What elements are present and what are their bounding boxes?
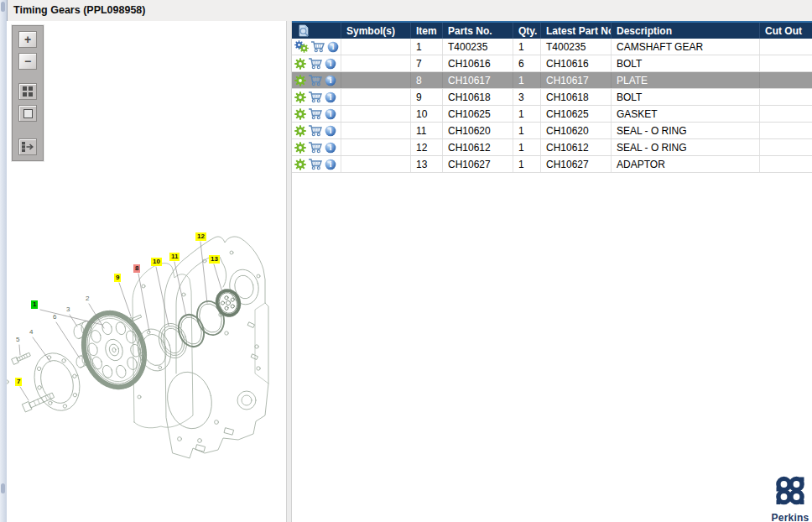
row-actions	[292, 39, 341, 55]
timing-gears-diagram	[7, 21, 286, 522]
cell-parts-no: CH10618	[443, 89, 513, 105]
table-row[interactable]: 8 CH10617 1 CH10617 PLATE	[292, 72, 812, 89]
cart-icon[interactable]	[308, 107, 323, 120]
cell-parts-no: CH10612	[443, 139, 513, 155]
cell-item: 12	[411, 139, 443, 155]
info-icon[interactable]	[325, 91, 336, 103]
cell-cut-out	[760, 39, 812, 55]
info-icon[interactable]	[327, 41, 339, 53]
cell-symbols	[341, 156, 411, 172]
col-latest-part-no[interactable]: Latest Part No.	[541, 23, 612, 39]
cell-qty: 1	[513, 139, 541, 155]
cell-qty: 1	[513, 72, 541, 88]
col-parts-no[interactable]: Parts No.	[443, 23, 513, 39]
cart-icon[interactable]	[310, 40, 325, 53]
row-actions	[292, 72, 341, 88]
page-title: Timing Gears (PPL098958)	[13, 4, 145, 16]
cart-icon[interactable]	[308, 57, 323, 70]
cell-parts-no: CH10625	[443, 106, 513, 122]
info-icon[interactable]	[325, 58, 336, 70]
table-row[interactable]: 9 CH10618 3 CH10618 BOLT	[292, 89, 812, 106]
cell-item: 13	[411, 156, 443, 172]
cell-symbols	[341, 55, 411, 71]
row-actions	[292, 106, 341, 122]
gear-icon[interactable]	[294, 159, 306, 170]
info-icon[interactable]	[325, 75, 336, 86]
cell-latest-part-no: CH10627	[541, 156, 612, 172]
callout-7[interactable]: 7	[15, 378, 22, 386]
cell-qty: 1	[513, 106, 541, 122]
cell-parts-no: CH10620	[443, 123, 513, 138]
gear-icon[interactable]	[294, 108, 306, 120]
col-item[interactable]: Item	[411, 23, 443, 39]
cell-description: ADAPTOR	[612, 156, 760, 172]
cell-latest-part-no: CH10617	[541, 72, 612, 88]
row-actions	[292, 55, 341, 71]
cell-latest-part-no: CH10620	[541, 123, 612, 138]
cell-parts-no: CH10616	[443, 55, 513, 71]
cart-icon[interactable]	[308, 141, 323, 154]
parts-table: Symbol(s) Item Parts No. Qty. Latest Par…	[292, 21, 812, 173]
col-qty[interactable]: Qty.	[513, 23, 541, 39]
callout-12[interactable]: 12	[195, 232, 206, 241]
cell-item: 11	[411, 123, 443, 138]
callout-8[interactable]: 8	[133, 264, 140, 273]
scrollbar-top-nub[interactable]	[1, 2, 5, 12]
zoom-in-button[interactable]: +	[18, 31, 37, 48]
cell-item: 1	[411, 39, 443, 55]
toggle-panel-button[interactable]	[18, 138, 37, 155]
gear-icon[interactable]	[294, 58, 306, 70]
table-row[interactable]: 13 CH10627 1 CH10627 ADAPTOR	[292, 156, 812, 173]
cart-icon[interactable]	[308, 91, 323, 103]
cell-description: PLATE	[612, 72, 760, 88]
thumbnails-button[interactable]	[18, 83, 37, 100]
fit-view-button[interactable]	[18, 105, 37, 122]
callout-11[interactable]: 11	[169, 253, 180, 261]
info-icon[interactable]	[325, 108, 336, 120]
col-symbols[interactable]: Symbol(s)	[341, 23, 411, 39]
scrollbar-bottom-nub[interactable]	[1, 483, 5, 493]
panel-divider[interactable]	[286, 21, 292, 522]
cart-icon[interactable]	[308, 124, 323, 137]
callout-1[interactable]: 1	[31, 300, 38, 309]
col-cut-out[interactable]: Cut Out	[760, 23, 812, 39]
cell-latest-part-no: CH10625	[541, 106, 612, 122]
zoom-out-button[interactable]: −	[18, 53, 37, 70]
table-row[interactable]: 11 CH10620 1 CH10620 SEAL - O RING	[292, 123, 812, 139]
parts-table-body: 1 T400235 1 T400235 CAMSHAFT GEAR 7 CH10…	[292, 39, 812, 173]
gear-icon[interactable]	[294, 75, 306, 86]
gear-icon[interactable]	[294, 125, 306, 137]
perkins-logo-icon	[773, 474, 808, 508]
cell-qty: 1	[513, 156, 541, 172]
info-icon[interactable]	[325, 142, 336, 154]
row-actions	[292, 123, 341, 138]
callout-9[interactable]: 9	[114, 274, 121, 282]
cart-icon[interactable]	[308, 74, 323, 86]
perkins-logo: Perkins	[770, 474, 810, 522]
cart-icon[interactable]	[308, 158, 323, 170]
find-in-document-icon	[297, 24, 310, 38]
header-actions-cell[interactable]	[292, 23, 341, 39]
table-row[interactable]: 12 CH10612 1 CH10612 SEAL - O RING	[292, 139, 812, 156]
callout-10[interactable]: 10	[151, 258, 162, 266]
row-actions	[292, 139, 341, 155]
cell-cut-out	[760, 72, 812, 88]
col-description[interactable]: Description	[612, 23, 760, 39]
table-row[interactable]: 1 T400235 1 T400235 CAMSHAFT GEAR	[292, 39, 812, 55]
table-row[interactable]: 7 CH10616 6 CH10616 BOLT	[292, 55, 812, 72]
cell-latest-part-no: CH10616	[541, 55, 612, 71]
diagram-toolbar: + −	[12, 25, 44, 161]
cell-cut-out	[760, 89, 812, 105]
gear-icon[interactable]	[294, 91, 306, 103]
cell-qty: 1	[513, 123, 541, 138]
cell-symbols	[341, 123, 411, 138]
cell-qty: 3	[513, 89, 541, 105]
callout-13[interactable]: 13	[209, 255, 220, 264]
info-icon[interactable]	[325, 159, 336, 170]
table-row[interactable]: 10 CH10625 1 CH10625 GASKET	[292, 106, 812, 123]
info-icon[interactable]	[325, 125, 336, 137]
gear-icon[interactable]	[294, 142, 306, 154]
cell-description: BOLT	[612, 55, 760, 71]
gear-icon[interactable]	[294, 40, 309, 53]
parts-table-header: Symbol(s) Item Parts No. Qty. Latest Par…	[292, 21, 812, 39]
